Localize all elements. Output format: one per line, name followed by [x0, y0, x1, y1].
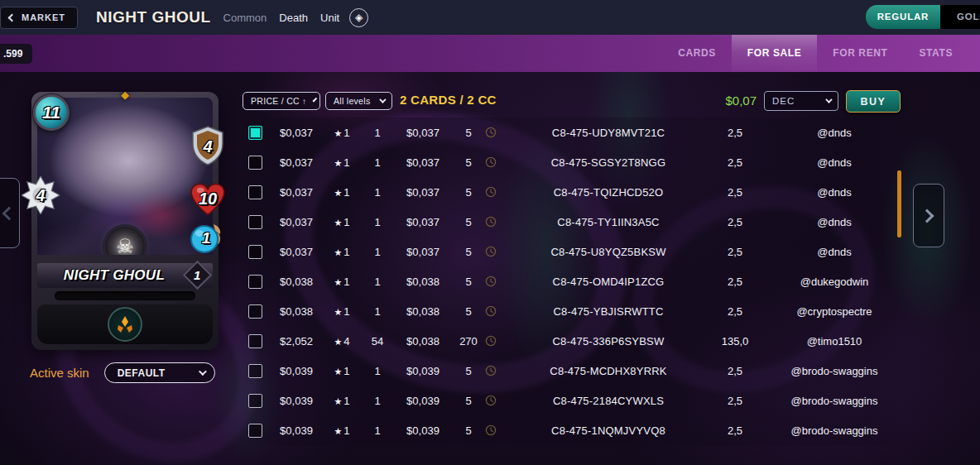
- currency-dropdown[interactable]: DEC: [764, 91, 838, 111]
- listing-card-id-cell: C8-475-TY1IIN3A5C: [507, 216, 710, 228]
- listing-clock-cell: [485, 156, 507, 168]
- listing-quantity-cell: 1: [361, 186, 394, 199]
- listing-cc-cell: 5: [452, 276, 485, 288]
- chevron-down-icon: [313, 98, 318, 103]
- listing-cc-cell: 5: [452, 395, 485, 407]
- sale-listing-row[interactable]: $0,039 ★1 1 $0,039 5 C8-475-2184CYWXLS 2…: [240, 386, 909, 415]
- sale-listing-row[interactable]: $0,037 ★1 1 $0,037 5 C8-475-UDY8MVT21C 2…: [240, 117, 909, 147]
- listing-unit-price-cell: $0,039: [394, 395, 452, 407]
- market-page: MARKET NIGHT GHOUL Common Death Unit ◈ R…: [0, 0, 980, 465]
- tab-cards[interactable]: CARDS: [662, 35, 732, 72]
- listing-cc-cell: 5: [452, 246, 485, 258]
- listing-quantity-cell: 1: [361, 305, 394, 318]
- listing-price-cell: $0,039: [270, 365, 323, 377]
- listing-level-value: 1: [343, 216, 349, 228]
- sale-listing-row[interactable]: $0,038 ★1 1 $0,038 5 C8-475-YBJISRWTTC 2…: [240, 296, 909, 326]
- sale-listing-row[interactable]: $2,052 ★4 54 $0,038 270 C8-475-336P6SYBS…: [240, 326, 909, 356]
- listing-cc-cell: 5: [452, 127, 485, 139]
- listing-clock-cell: [485, 424, 507, 436]
- listing-cc-cell: 5: [452, 365, 485, 377]
- listing-level-cell: ★1: [323, 156, 361, 169]
- card-name: NIGHT GHOUL: [64, 267, 186, 284]
- chevron-down-icon: [199, 367, 207, 376]
- skin-selected-value: DEFAULT: [118, 367, 199, 379]
- skin-select-dropdown[interactable]: DEFAULT: [104, 362, 215, 383]
- card-set-icon: [114, 314, 136, 335]
- back-to-market-button[interactable]: MARKET: [0, 7, 78, 29]
- listing-clock-cell: [485, 276, 507, 287]
- foil-toggle: REGULAR GOLD: [866, 5, 980, 29]
- levels-filter-dropdown[interactable]: All levels: [325, 92, 392, 110]
- sale-listing-row[interactable]: $0,037 ★1 1 $0,037 5 C8-475-TQIZHCD52O 2…: [240, 177, 909, 207]
- listing-price-cell: $0,038: [270, 276, 323, 288]
- sale-listing-row[interactable]: $0,039 ★1 1 $0,039 5 C8-475-MCDHX8YRRK 2…: [240, 356, 909, 386]
- listing-unit-price-cell: $0,037: [394, 246, 452, 258]
- row-checkbox[interactable]: [248, 185, 262, 199]
- card-nameplate: NIGHT GHOUL 1: [37, 263, 213, 288]
- clock-icon: [485, 335, 497, 347]
- sale-listing-row[interactable]: $0,039 ★1 1 $0,039 5 C8-475-1NQMJVYVQ8 2…: [240, 415, 909, 445]
- listing-card-id-cell: C8-475-1NQMJVYVQ8: [507, 424, 710, 437]
- previous-card-arrow-button[interactable]: [0, 178, 20, 248]
- row-checkbox[interactable]: [248, 334, 262, 348]
- table-scrollbar-thumb[interactable]: [897, 170, 901, 237]
- sort-dropdown[interactable]: PRICE / CC ↑: [243, 92, 320, 110]
- listing-level-cell: ★1: [323, 276, 361, 288]
- next-card-arrow-button[interactable]: [913, 184, 944, 247]
- listing-owner-cell: @brodo-swaggins: [760, 424, 909, 437]
- listing-level-value: 1: [343, 186, 349, 199]
- selection-total-price: $0,07: [705, 93, 757, 108]
- row-checkbox[interactable]: [248, 126, 262, 140]
- listing-owner-cell: @dnds: [760, 216, 909, 228]
- clock-icon: [485, 127, 497, 138]
- sale-listing-row[interactable]: $0,037 ★1 1 $0,037 5 C8-475-TY1IIN3A5C 2…: [240, 207, 909, 237]
- speed-stat-badge: 1: [190, 223, 222, 254]
- row-checkbox[interactable]: [248, 424, 262, 438]
- row-checkbox[interactable]: [248, 275, 262, 289]
- listing-dec-cell: 2,5: [710, 276, 760, 288]
- health-stat-badge: 10: [189, 181, 227, 218]
- listing-level-cell: ★1: [323, 305, 361, 318]
- tab-for-rent[interactable]: FOR RENT: [817, 35, 903, 72]
- sale-listing-row[interactable]: $0,038 ★1 1 $0,038 5 C8-475-OMD4IP1ZCG 2…: [240, 266, 909, 296]
- clock-icon: [485, 246, 497, 257]
- sort-ascending-icon: ↑: [302, 97, 306, 106]
- listing-quantity-cell: 1: [361, 395, 394, 407]
- listing-clock-cell: [485, 335, 507, 347]
- listing-owner-cell: @dnds: [760, 246, 909, 258]
- listing-quantity-cell: 1: [361, 127, 394, 139]
- listing-clock-cell: [485, 365, 507, 376]
- listing-card-id-cell: C8-475-2184CYWXLS: [507, 395, 710, 407]
- listing-level-value: 1: [343, 156, 349, 169]
- row-checkbox[interactable]: [248, 394, 262, 408]
- row-checkbox[interactable]: [248, 215, 262, 229]
- tab-stats[interactable]: STATS: [903, 35, 968, 72]
- buy-button[interactable]: BUY: [846, 90, 901, 113]
- listing-level-value: 1: [343, 246, 349, 258]
- listing-owner-cell: @brodo-swaggins: [760, 365, 909, 377]
- sale-listing-row[interactable]: $0,037 ★1 1 $0,037 5 C8-475-SGSY2T8NGG 2…: [240, 147, 909, 177]
- star-icon: ★: [334, 188, 342, 198]
- listing-dec-cell: 2,5: [710, 365, 760, 377]
- star-icon: ★: [334, 247, 342, 257]
- listing-clock-cell: [485, 186, 507, 198]
- row-checkbox[interactable]: [248, 304, 262, 319]
- row-checkbox[interactable]: [248, 245, 262, 259]
- clock-icon: [485, 186, 497, 198]
- listing-price-cell: $0,038: [270, 305, 323, 318]
- tab-for-sale[interactable]: FOR SALE: [732, 35, 817, 72]
- top-header-bar: MARKET NIGHT GHOUL Common Death Unit ◈ R…: [0, 0, 980, 35]
- listing-unit-price-cell: $0,037: [394, 186, 452, 199]
- card-set-badge: [108, 307, 142, 342]
- listing-price-cell: $2,052: [270, 335, 323, 348]
- listing-quantity-cell: 1: [361, 365, 394, 377]
- tab-regular-foil[interactable]: REGULAR: [866, 5, 940, 29]
- card-xp-bar: [55, 291, 195, 300]
- row-checkbox[interactable]: [248, 156, 262, 170]
- chevron-left-icon: [8, 13, 17, 22]
- listing-owner-cell: @dnds: [760, 156, 909, 169]
- row-checkbox[interactable]: [248, 364, 262, 378]
- tab-gold-foil[interactable]: GOLD: [940, 5, 980, 29]
- sale-listing-row[interactable]: $0,037 ★1 1 $0,037 5 C8-475-U8YQZ5BKSW 2…: [240, 237, 909, 266]
- star-icon: ★: [334, 158, 342, 168]
